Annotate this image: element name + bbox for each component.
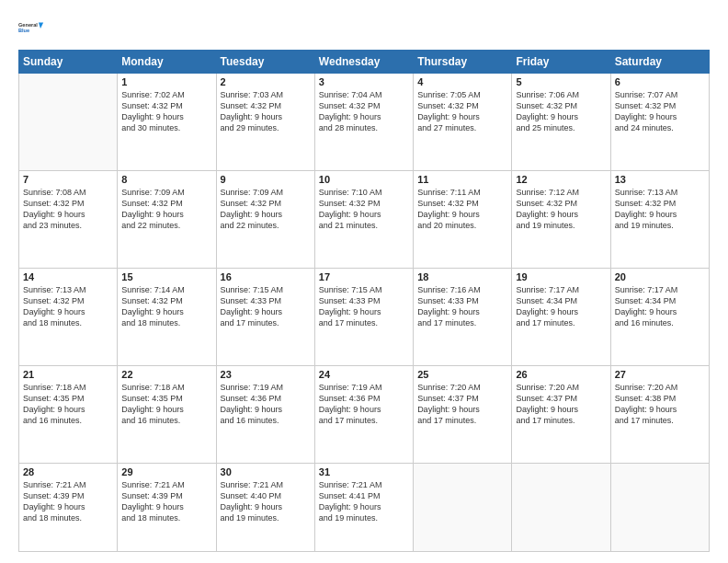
day-number: 4 [417,76,507,87]
svg-text:Blue: Blue [18,28,29,33]
day-cell-25: 25Sunrise: 7:20 AMSunset: 4:37 PMDayligh… [414,365,512,463]
day-info: Sunrise: 7:06 AMSunset: 4:32 PMDaylight:… [516,89,606,134]
header: GeneralBlue [18,15,710,40]
day-info: Sunrise: 7:03 AMSunset: 4:32 PMDaylight:… [221,89,311,134]
day-info: Sunrise: 7:18 AMSunset: 4:35 PMDaylight:… [23,382,113,427]
day-number: 31 [319,466,409,477]
empty-cell [19,74,118,171]
day-number: 8 [121,174,211,185]
day-info: Sunrise: 7:19 AMSunset: 4:36 PMDaylight:… [221,382,311,427]
day-info: Sunrise: 7:15 AMSunset: 4:33 PMDaylight:… [319,284,409,329]
day-info: Sunrise: 7:15 AMSunset: 4:33 PMDaylight:… [221,284,311,329]
day-number: 25 [417,369,507,380]
day-cell-29: 29Sunrise: 7:21 AMSunset: 4:39 PMDayligh… [118,463,216,551]
svg-text:General: General [18,22,38,28]
empty-cell [414,463,512,551]
day-number: 16 [221,271,311,282]
day-cell-10: 10Sunrise: 7:10 AMSunset: 4:32 PMDayligh… [314,170,413,268]
day-cell-6: 6Sunrise: 7:07 AMSunset: 4:32 PMDaylight… [610,74,709,171]
day-number: 30 [221,466,311,477]
day-info: Sunrise: 7:02 AMSunset: 4:32 PMDaylight:… [121,89,211,134]
day-cell-4: 4Sunrise: 7:05 AMSunset: 4:32 PMDaylight… [414,74,512,171]
day-number: 13 [615,174,705,185]
day-info: Sunrise: 7:13 AMSunset: 4:32 PMDaylight:… [615,187,705,232]
day-info: Sunrise: 7:10 AMSunset: 4:32 PMDaylight:… [319,187,409,232]
day-number: 28 [23,466,113,477]
day-cell-14: 14Sunrise: 7:13 AMSunset: 4:32 PMDayligh… [19,268,118,365]
day-info: Sunrise: 7:05 AMSunset: 4:32 PMDaylight:… [417,89,507,134]
day-cell-17: 17Sunrise: 7:15 AMSunset: 4:33 PMDayligh… [314,268,413,365]
day-cell-7: 7Sunrise: 7:08 AMSunset: 4:32 PMDaylight… [19,170,118,268]
day-cell-27: 27Sunrise: 7:20 AMSunset: 4:38 PMDayligh… [610,365,709,463]
day-info: Sunrise: 7:21 AMSunset: 4:41 PMDaylight:… [319,479,409,524]
day-info: Sunrise: 7:21 AMSunset: 4:40 PMDaylight:… [221,479,311,524]
day-cell-12: 12Sunrise: 7:12 AMSunset: 4:32 PMDayligh… [512,170,610,268]
day-cell-20: 20Sunrise: 7:17 AMSunset: 4:34 PMDayligh… [610,268,709,365]
day-info: Sunrise: 7:08 AMSunset: 4:32 PMDaylight:… [23,187,113,232]
weekday-header-row: SundayMondayTuesdayWednesdayThursdayFrid… [19,51,710,74]
day-cell-3: 3Sunrise: 7:04 AMSunset: 4:32 PMDaylight… [314,74,413,171]
day-info: Sunrise: 7:21 AMSunset: 4:39 PMDaylight:… [121,479,211,524]
day-cell-1: 1Sunrise: 7:02 AMSunset: 4:32 PMDaylight… [118,74,216,171]
day-number: 20 [615,271,705,282]
day-cell-13: 13Sunrise: 7:13 AMSunset: 4:32 PMDayligh… [610,170,709,268]
day-cell-8: 8Sunrise: 7:09 AMSunset: 4:32 PMDaylight… [118,170,216,268]
day-number: 18 [417,271,507,282]
day-info: Sunrise: 7:17 AMSunset: 4:34 PMDaylight:… [516,284,606,329]
week-row-2: 7Sunrise: 7:08 AMSunset: 4:32 PMDaylight… [19,170,710,268]
day-number: 6 [615,76,705,87]
day-info: Sunrise: 7:14 AMSunset: 4:32 PMDaylight:… [121,284,211,329]
day-info: Sunrise: 7:18 AMSunset: 4:35 PMDaylight:… [121,382,211,427]
day-cell-21: 21Sunrise: 7:18 AMSunset: 4:35 PMDayligh… [19,365,118,463]
day-info: Sunrise: 7:16 AMSunset: 4:33 PMDaylight:… [417,284,507,329]
day-info: Sunrise: 7:17 AMSunset: 4:34 PMDaylight:… [615,284,705,329]
day-number: 5 [516,76,606,87]
day-cell-9: 9Sunrise: 7:09 AMSunset: 4:32 PMDaylight… [216,170,314,268]
svg-marker-2 [39,23,43,29]
day-cell-24: 24Sunrise: 7:19 AMSunset: 4:36 PMDayligh… [314,365,413,463]
day-number: 21 [23,369,113,380]
weekday-header-wednesday: Wednesday [314,51,413,74]
empty-cell [610,463,709,551]
day-info: Sunrise: 7:11 AMSunset: 4:32 PMDaylight:… [417,187,507,232]
day-cell-19: 19Sunrise: 7:17 AMSunset: 4:34 PMDayligh… [512,268,610,365]
day-cell-22: 22Sunrise: 7:18 AMSunset: 4:35 PMDayligh… [118,365,216,463]
day-info: Sunrise: 7:09 AMSunset: 4:32 PMDaylight:… [221,187,311,232]
day-number: 12 [516,174,606,185]
day-number: 22 [121,369,211,380]
day-info: Sunrise: 7:04 AMSunset: 4:32 PMDaylight:… [319,89,409,134]
day-info: Sunrise: 7:12 AMSunset: 4:32 PMDaylight:… [516,187,606,232]
day-number: 17 [319,271,409,282]
day-cell-15: 15Sunrise: 7:14 AMSunset: 4:32 PMDayligh… [118,268,216,365]
day-cell-23: 23Sunrise: 7:19 AMSunset: 4:36 PMDayligh… [216,365,314,463]
day-cell-2: 2Sunrise: 7:03 AMSunset: 4:32 PMDaylight… [216,74,314,171]
day-number: 3 [319,76,409,87]
day-number: 23 [221,369,311,380]
day-info: Sunrise: 7:20 AMSunset: 4:37 PMDaylight:… [417,382,507,427]
day-number: 11 [417,174,507,185]
week-row-5: 28Sunrise: 7:21 AMSunset: 4:39 PMDayligh… [19,463,710,551]
day-number: 14 [23,271,113,282]
day-cell-18: 18Sunrise: 7:16 AMSunset: 4:33 PMDayligh… [414,268,512,365]
day-info: Sunrise: 7:20 AMSunset: 4:38 PMDaylight:… [615,382,705,427]
day-cell-30: 30Sunrise: 7:21 AMSunset: 4:40 PMDayligh… [216,463,314,551]
day-info: Sunrise: 7:07 AMSunset: 4:32 PMDaylight:… [615,89,705,134]
weekday-header-friday: Friday [512,51,610,74]
day-number: 1 [121,76,211,87]
page: GeneralBlue SundayMondayTuesdayWednesday… [0,0,728,563]
calendar: SundayMondayTuesdayWednesdayThursdayFrid… [18,50,710,552]
day-info: Sunrise: 7:19 AMSunset: 4:36 PMDaylight:… [319,382,409,427]
day-cell-31: 31Sunrise: 7:21 AMSunset: 4:41 PMDayligh… [314,463,413,551]
week-row-1: 1Sunrise: 7:02 AMSunset: 4:32 PMDaylight… [19,74,710,171]
week-row-3: 14Sunrise: 7:13 AMSunset: 4:32 PMDayligh… [19,268,710,365]
day-number: 19 [516,271,606,282]
day-cell-16: 16Sunrise: 7:15 AMSunset: 4:33 PMDayligh… [216,268,314,365]
day-number: 27 [615,369,705,380]
logo: GeneralBlue [18,15,44,40]
day-info: Sunrise: 7:20 AMSunset: 4:37 PMDaylight:… [516,382,606,427]
week-row-4: 21Sunrise: 7:18 AMSunset: 4:35 PMDayligh… [19,365,710,463]
day-number: 26 [516,369,606,380]
day-info: Sunrise: 7:21 AMSunset: 4:39 PMDaylight:… [23,479,113,524]
day-number: 9 [221,174,311,185]
day-number: 29 [121,466,211,477]
